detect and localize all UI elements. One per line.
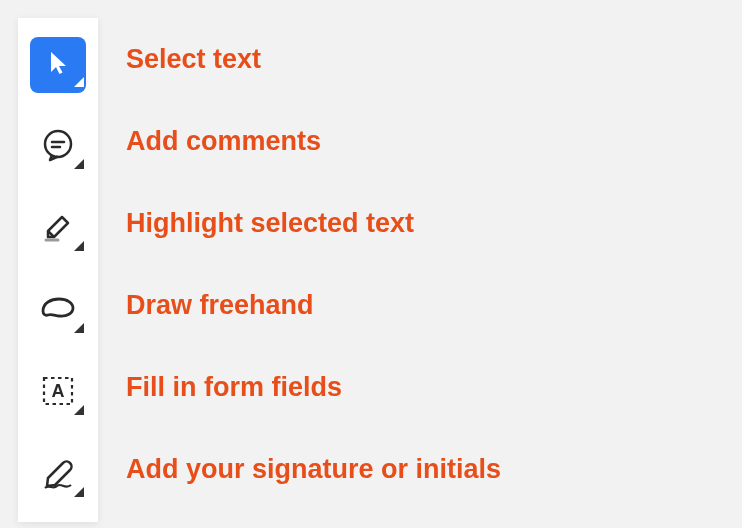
dropdown-corner-icon: [74, 401, 84, 419]
signature-label: Add your signature or initials: [126, 454, 501, 485]
highlight-button[interactable]: [30, 201, 86, 257]
lasso-icon: [39, 295, 77, 327]
cursor-icon: [43, 48, 73, 82]
annotation-toolbar: A: [18, 18, 98, 522]
add-comments-button[interactable]: [30, 119, 86, 175]
tool-row-fill-form: A: [30, 352, 86, 434]
dropdown-corner-icon: [74, 155, 84, 173]
dropdown-corner-icon: [74, 483, 84, 501]
text-box-icon: A: [40, 374, 76, 412]
draw-freehand-button[interactable]: [30, 283, 86, 339]
select-text-button[interactable]: [30, 37, 86, 93]
draw-freehand-label: Draw freehand: [126, 290, 314, 321]
svg-text:A: A: [52, 381, 65, 401]
fill-form-label: Fill in form fields: [126, 372, 342, 403]
tool-labels: Select text Add comments Highlight selec…: [98, 18, 501, 510]
tool-row-signature: [30, 434, 86, 516]
tool-row-draw-freehand: [30, 270, 86, 352]
signature-button[interactable]: [30, 447, 86, 503]
highlighter-icon: [40, 209, 76, 249]
signature-icon: [39, 455, 77, 495]
dropdown-corner-icon: [74, 73, 84, 91]
tool-row-highlight: [30, 188, 86, 270]
comment-icon: [40, 127, 76, 167]
add-comments-label: Add comments: [126, 126, 321, 157]
fill-form-button[interactable]: A: [30, 365, 86, 421]
highlight-label: Highlight selected text: [126, 208, 414, 239]
svg-point-0: [45, 131, 71, 157]
tool-row-add-comments: [30, 106, 86, 188]
dropdown-corner-icon: [74, 319, 84, 337]
tool-row-select-text: [30, 24, 86, 106]
select-text-label: Select text: [126, 44, 261, 75]
dropdown-corner-icon: [74, 237, 84, 255]
